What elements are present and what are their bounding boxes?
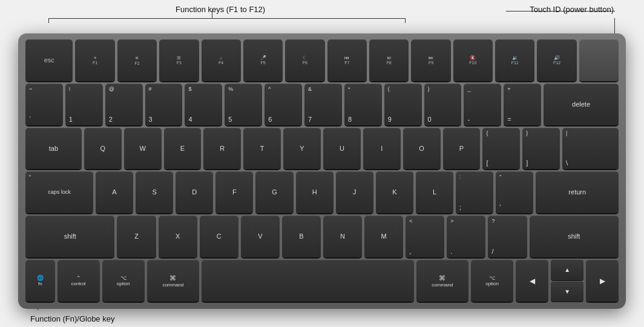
home-row: ● caps lock A S D F G H J K L :; "' retu…: [25, 171, 619, 213]
key-m[interactable]: M: [364, 216, 403, 257]
key-n[interactable]: N: [323, 216, 362, 257]
key-0[interactable]: )0: [424, 84, 462, 125]
key-tilde[interactable]: ~`: [25, 84, 63, 125]
key-r[interactable]: R: [203, 128, 241, 170]
key-j[interactable]: J: [336, 171, 373, 213]
key-x[interactable]: X: [159, 216, 197, 257]
key-f9[interactable]: ⏭F9: [411, 39, 450, 81]
key-v[interactable]: V: [241, 216, 280, 257]
key-f3[interactable]: ⊞F3: [159, 39, 199, 81]
function-key-row: esc ☀F1 ☀F2 ⊞F3 ⌕F4 🎤F5 ☾F6 ⏮F7 ⏯F8 ⏭F9 …: [25, 39, 619, 81]
key-f4[interactable]: ⌕F4: [202, 39, 241, 81]
touch-id-bracket: [506, 11, 615, 12]
key-f7[interactable]: ⏮F7: [327, 39, 367, 81]
key-f[interactable]: F: [215, 171, 253, 213]
key-minus[interactable]: _-: [464, 84, 501, 125]
key-f12[interactable]: 🔊F12: [537, 39, 576, 81]
key-2[interactable]: @2: [105, 84, 143, 125]
key-d[interactable]: D: [176, 171, 213, 213]
number-row: ~` !1 @2 #3 $4 %5 ^6 &7 *8 (9 )0 _- += d…: [25, 84, 619, 125]
key-7[interactable]: &7: [304, 84, 342, 125]
key-rbracket[interactable]: }]: [522, 128, 560, 170]
key-w[interactable]: W: [124, 128, 162, 170]
key-f8[interactable]: ⏯F8: [369, 39, 409, 81]
key-9[interactable]: (9: [384, 84, 422, 125]
key-u[interactable]: U: [323, 128, 361, 170]
key-period[interactable]: >.: [447, 216, 485, 257]
key-3[interactable]: #3: [145, 84, 183, 125]
key-c[interactable]: C: [200, 216, 238, 257]
key-return[interactable]: return: [536, 171, 619, 213]
key-backslash[interactable]: |\: [562, 128, 619, 170]
key-touch-id[interactable]: [579, 39, 619, 81]
key-quote[interactable]: "': [496, 171, 533, 213]
touch-id-annotation: Touch ID (power button): [530, 5, 614, 14]
key-8[interactable]: *8: [344, 84, 382, 125]
key-command-left[interactable]: ⌘ command: [147, 260, 199, 302]
key-slash[interactable]: ?/: [488, 216, 527, 257]
function-keys-bracket-line: [48, 18, 406, 19]
qwerty-row: tab Q W E R T Y U I O P {[ }] |\: [25, 128, 619, 170]
keyboard-wrap: esc ☀F1 ☀F2 ⊞F3 ⌕F4 🎤F5 ☾F6 ⏮F7 ⏯F8 ⏭F9 …: [18, 33, 626, 309]
key-command-right[interactable]: ⌘ command: [416, 260, 468, 302]
key-k[interactable]: K: [376, 171, 413, 213]
key-option-left[interactable]: ⌥ option: [102, 260, 145, 302]
key-shift-left[interactable]: shift: [25, 216, 114, 257]
key-i[interactable]: I: [363, 128, 401, 170]
key-f1[interactable]: ☀F1: [75, 39, 114, 81]
key-f11[interactable]: 🔉F11: [495, 39, 534, 81]
key-g[interactable]: G: [255, 171, 293, 213]
key-t[interactable]: T: [243, 128, 281, 170]
key-s[interactable]: S: [136, 171, 173, 213]
key-z[interactable]: Z: [117, 216, 156, 257]
key-f6[interactable]: ☾F6: [285, 39, 324, 81]
key-o[interactable]: O: [403, 128, 441, 170]
key-caps-lock[interactable]: ● caps lock: [25, 171, 93, 213]
key-f5[interactable]: 🎤F5: [243, 39, 283, 81]
key-semicolon[interactable]: :;: [456, 171, 493, 213]
key-delete[interactable]: delete: [544, 84, 619, 125]
key-f10[interactable]: 🔇F10: [453, 39, 493, 81]
key-arrow-down[interactable]: ▼: [551, 282, 583, 302]
key-comma[interactable]: <,: [406, 216, 444, 257]
key-e[interactable]: E: [164, 128, 202, 170]
key-5[interactable]: %5: [225, 84, 262, 125]
keyboard: esc ☀F1 ☀F2 ⊞F3 ⌕F4 🎤F5 ☾F6 ⏮F7 ⏯F8 ⏭F9 …: [18, 33, 626, 309]
key-b[interactable]: B: [282, 216, 321, 257]
key-arrow-up[interactable]: ▲: [551, 260, 583, 280]
key-shift-right[interactable]: shift: [530, 216, 619, 257]
key-space[interactable]: [202, 260, 414, 302]
function-keys-annotation: Function keys (F1 to F12): [176, 5, 265, 14]
key-4[interactable]: $4: [185, 84, 222, 125]
key-l[interactable]: L: [416, 171, 453, 213]
key-q[interactable]: Q: [84, 128, 122, 170]
key-equals[interactable]: +=: [504, 84, 541, 125]
key-arrow-right[interactable]: ▶: [586, 260, 619, 302]
globe-annotation: Function (Fn)/Globe key: [30, 314, 114, 323]
key-tab[interactable]: tab: [25, 128, 82, 170]
key-p[interactable]: P: [443, 128, 481, 170]
key-h[interactable]: H: [296, 171, 334, 213]
touch-id-label: Touch ID (power button): [530, 5, 614, 14]
key-control[interactable]: ⌃ control: [58, 260, 100, 302]
function-keys-label: Function keys (F1 to F12): [176, 5, 265, 14]
globe-label: Function (Fn)/Globe key: [30, 314, 114, 323]
key-6[interactable]: ^6: [264, 84, 302, 125]
key-arrow-up-down: ▲ ▼: [551, 260, 583, 302]
shift-row: shift Z X C V B N M <, >. ?/ shift: [25, 216, 619, 257]
function-keys-bracket-left: [48, 18, 49, 23]
key-a[interactable]: A: [96, 171, 133, 213]
function-keys-bracket-right: [405, 18, 406, 23]
bottom-row: 🌐 fn ⌃ control ⌥ option ⌘ command ⌘ comm…: [25, 260, 619, 302]
key-arrow-left[interactable]: ◀: [516, 260, 548, 302]
function-keys-leader-line: [212, 11, 212, 18]
key-esc[interactable]: esc: [25, 39, 73, 81]
key-lbracket[interactable]: {[: [482, 128, 520, 170]
key-1[interactable]: !1: [65, 84, 103, 125]
key-option-right[interactable]: ⌥ option: [471, 260, 513, 302]
key-fn-globe[interactable]: 🌐 fn: [25, 260, 55, 302]
key-f2[interactable]: ☀F2: [117, 39, 157, 81]
key-y[interactable]: Y: [283, 128, 321, 170]
